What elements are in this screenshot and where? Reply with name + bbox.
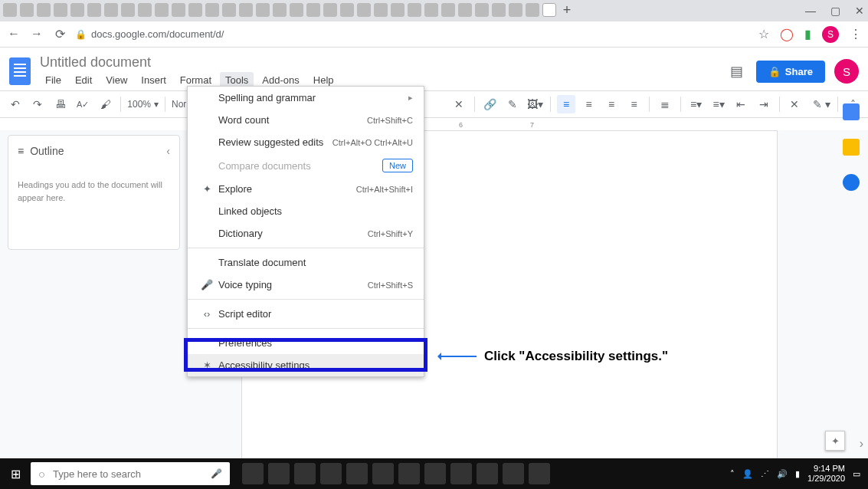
undo-button[interactable]: ↶ xyxy=(6,95,24,113)
outline-collapse-button[interactable]: ‹ xyxy=(166,145,170,157)
side-panel-toggle[interactable]: › xyxy=(860,437,863,451)
taskbar-app-icon[interactable] xyxy=(398,463,420,484)
share-button[interactable]: 🔒 Share xyxy=(756,61,825,83)
align-right-button[interactable]: ≡ xyxy=(602,95,620,113)
align-left-button[interactable]: ≡ xyxy=(557,95,575,113)
insert-image-button[interactable]: 🖼▾ xyxy=(526,95,544,113)
taskbar-app-icon[interactable] xyxy=(294,463,316,484)
taskbar-app-icon[interactable] xyxy=(268,463,290,484)
menu-item-script-editor[interactable]: ‹› Script editor xyxy=(188,303,424,325)
tab-favicon[interactable] xyxy=(104,3,118,17)
doc-title[interactable]: Untitled document xyxy=(40,54,727,71)
tab-favicon[interactable] xyxy=(20,3,34,17)
insert-link-button[interactable]: 🔗 xyxy=(481,95,499,113)
taskbar-app-icon[interactable] xyxy=(346,463,368,484)
tab-favicon[interactable] xyxy=(87,3,101,17)
chrome-menu-button[interactable]: ⋮ xyxy=(850,27,862,41)
taskbar-app-icon[interactable] xyxy=(503,463,524,484)
calendar-addon-icon[interactable] xyxy=(843,103,860,120)
menu-item-linked-objects[interactable]: Linked objects xyxy=(188,200,424,222)
tab-favicon[interactable] xyxy=(290,3,303,17)
tab-favicon[interactable] xyxy=(188,3,202,17)
tab-favicon[interactable] xyxy=(205,3,219,17)
tab-favicon[interactable] xyxy=(475,3,489,17)
tab-favicon[interactable] xyxy=(441,3,455,17)
taskbar-search[interactable]: ○ 🎤 xyxy=(31,462,230,485)
tab-favicon[interactable] xyxy=(306,3,320,17)
taskbar-app-icon[interactable] xyxy=(242,463,264,484)
menu-item-spelling[interactable]: Spelling and grammar ▸ xyxy=(188,87,424,109)
spellcheck-button[interactable]: A✓ xyxy=(74,95,91,113)
decrease-indent-button[interactable]: ⇤ xyxy=(732,95,750,113)
menu-item-accessibility[interactable]: ✶ Accessibility settings xyxy=(188,354,424,376)
menu-item-explore[interactable]: ✦ Explore Ctrl+Alt+Shift+I xyxy=(188,178,424,200)
zoom-select[interactable]: 100% ▾ xyxy=(127,99,159,110)
taskbar-app-icon[interactable] xyxy=(529,463,550,484)
extension-icon[interactable]: ▮ xyxy=(804,27,811,41)
taskbar-app-icon[interactable] xyxy=(424,463,446,484)
menu-item-translate[interactable]: Translate document xyxy=(188,251,424,274)
tray-user-icon[interactable]: 👤 xyxy=(742,469,753,479)
tab-favicon[interactable] xyxy=(492,3,506,17)
nav-reload-button[interactable]: ⟳ xyxy=(52,27,67,42)
taskbar-app-icon[interactable] xyxy=(372,463,394,484)
bookmark-star-icon[interactable]: ☆ xyxy=(758,27,769,41)
taskbar-app-icon[interactable] xyxy=(320,463,342,484)
nav-forward-button[interactable]: → xyxy=(29,27,44,42)
taskbar-clock[interactable]: 9:14 PM 1/29/2020 xyxy=(807,464,845,484)
tab-favicon[interactable] xyxy=(172,3,185,17)
tray-network-icon[interactable]: ⋰ xyxy=(761,469,769,479)
redo-button[interactable]: ↷ xyxy=(28,95,46,113)
editing-mode-button[interactable]: ✎ ▾ xyxy=(813,95,830,113)
tab-favicon[interactable] xyxy=(121,3,135,17)
align-justify-button[interactable]: ≡ xyxy=(625,95,643,113)
increase-indent-button[interactable]: ⇥ xyxy=(755,95,772,113)
nav-back-button[interactable]: ← xyxy=(6,27,21,42)
clear-formatting-button[interactable]: ✕ xyxy=(786,95,804,113)
numbered-list-button[interactable]: ≡▾ xyxy=(687,95,705,113)
menu-item-preferences[interactable]: Preferences xyxy=(188,332,424,354)
bulleted-list-button[interactable]: ≡▾ xyxy=(709,95,727,113)
tasks-addon-icon[interactable] xyxy=(843,174,860,191)
start-button[interactable]: ⊞ xyxy=(0,458,31,489)
menu-insert[interactable]: Insert xyxy=(136,72,172,88)
line-spacing-button[interactable]: ≣ xyxy=(656,95,673,113)
explore-fab[interactable]: ✦ xyxy=(825,431,845,451)
tray-volume-icon[interactable]: 🔊 xyxy=(777,469,788,479)
menu-edit[interactable]: Edit xyxy=(70,72,97,88)
add-comment-button[interactable]: ✎ xyxy=(504,95,522,113)
extension-icon[interactable]: ◯ xyxy=(780,27,794,41)
tab-favicon[interactable] xyxy=(70,3,84,17)
tab-favicon[interactable] xyxy=(509,3,522,17)
tab-favicon[interactable] xyxy=(374,3,388,17)
window-maximize-button[interactable]: ▢ xyxy=(830,5,840,17)
tab-favicon[interactable] xyxy=(340,3,354,17)
account-avatar[interactable]: S xyxy=(834,59,859,84)
tab-favicon[interactable] xyxy=(155,3,169,17)
tab-favicon[interactable] xyxy=(526,3,539,17)
action-center-icon[interactable]: ▭ xyxy=(853,469,860,479)
tab-favicon[interactable] xyxy=(424,3,438,17)
tab-favicon[interactable] xyxy=(256,3,270,17)
menu-file[interactable]: File xyxy=(40,72,67,88)
comment-history-icon[interactable]: ▤ xyxy=(727,61,747,81)
keep-addon-icon[interactable] xyxy=(843,139,860,156)
tray-battery-icon[interactable]: ▮ xyxy=(795,469,800,479)
docs-logo-icon[interactable] xyxy=(9,57,31,85)
tab-active[interactable] xyxy=(542,3,556,17)
tab-favicon[interactable] xyxy=(391,3,405,17)
tab-favicon[interactable] xyxy=(323,3,337,17)
menu-item-review-edits[interactable]: Review suggested edits Ctrl+Alt+O Ctrl+A… xyxy=(188,131,424,153)
tab-favicon[interactable] xyxy=(357,3,371,17)
tab-favicon[interactable] xyxy=(408,3,421,17)
tab-favicon[interactable] xyxy=(458,3,472,17)
taskbar-app-icon[interactable] xyxy=(450,463,472,484)
menu-item-voice-typing[interactable]: 🎤 Voice typing Ctrl+Shift+S xyxy=(188,274,424,296)
tab-favicon[interactable] xyxy=(239,3,253,17)
tab-favicon[interactable] xyxy=(54,3,67,17)
tab-favicon[interactable] xyxy=(138,3,152,17)
tab-favicon[interactable] xyxy=(273,3,287,17)
print-button[interactable]: 🖶 xyxy=(51,95,69,113)
mic-icon[interactable]: 🎤 xyxy=(211,468,222,479)
taskbar-search-input[interactable] xyxy=(53,468,203,480)
